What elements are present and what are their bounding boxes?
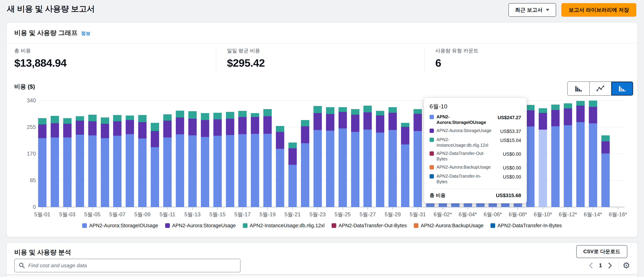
search-input[interactable]	[28, 262, 237, 268]
bar-segment[interactable]	[288, 142, 297, 148]
bar-segment[interactable]	[589, 107, 597, 123]
bar-segment[interactable]	[126, 120, 134, 134]
bar-segment[interactable]	[63, 138, 72, 207]
bar-segment[interactable]	[301, 126, 309, 143]
bar-segment[interactable]	[238, 134, 247, 207]
bar-segment[interactable]	[176, 134, 184, 207]
bar-segment[interactable]	[414, 131, 422, 207]
legend-item[interactable]: APN2-Aurora:StorageIOUsage	[82, 223, 158, 228]
bar-segment[interactable]	[263, 109, 272, 116]
bar-segment[interactable]	[276, 132, 284, 149]
bar-segment[interactable]	[226, 119, 234, 135]
bar-segment[interactable]	[176, 118, 184, 134]
bar-segment[interactable]	[251, 113, 259, 117]
bar-segment[interactable]	[314, 130, 322, 207]
legend-item[interactable]: APN2-Aurora:StorageUsage	[165, 223, 236, 228]
bar-segment[interactable]	[526, 105, 534, 110]
bar-segment[interactable]	[338, 107, 347, 112]
bar-segment[interactable]	[163, 138, 172, 207]
bar-segment[interactable]	[76, 116, 84, 120]
bar-segment[interactable]	[376, 111, 384, 115]
bar-segment[interactable]	[288, 165, 297, 207]
legend-item[interactable]: APN2-DataTransfer-Out-Bytes	[332, 223, 407, 228]
bar-segment[interactable]	[238, 111, 247, 117]
recent-reports-button[interactable]: 최근 보고서	[508, 3, 556, 17]
bar-segment[interactable]	[351, 132, 360, 207]
bar-segment[interactable]	[388, 107, 397, 113]
bar-segment[interactable]	[76, 120, 84, 135]
bar-segment[interactable]	[314, 106, 322, 113]
bar-segment[interactable]	[414, 114, 422, 131]
bar-segment[interactable]	[201, 137, 209, 207]
bar-segment[interactable]	[138, 115, 146, 122]
bar-segment[interactable]	[288, 148, 297, 165]
bar-segment[interactable]	[338, 128, 347, 207]
bar-segment[interactable]	[601, 141, 610, 154]
bar-segment[interactable]	[201, 113, 209, 120]
bar-segment[interactable]	[263, 134, 272, 207]
bar-segment[interactable]	[51, 138, 59, 207]
bar-segment[interactable]	[551, 104, 560, 110]
bar-segment[interactable]	[138, 138, 146, 207]
bar-segment[interactable]	[401, 127, 410, 144]
bar-segment[interactable]	[101, 118, 109, 124]
bar-segment[interactable]	[589, 100, 597, 107]
bar-segment[interactable]	[188, 135, 197, 207]
bar-segment[interactable]	[526, 110, 534, 127]
bar-segment[interactable]	[163, 114, 172, 120]
bar-segment[interactable]	[88, 135, 96, 207]
bar-segment[interactable]	[226, 135, 234, 207]
legend-item[interactable]: APN2-DataTransfer-In-Bytes	[490, 223, 562, 228]
bar-segment[interactable]	[551, 126, 560, 207]
bar-segment[interactable]	[101, 124, 109, 138]
bar-segment[interactable]	[276, 149, 284, 207]
bar-segment[interactable]	[326, 114, 334, 130]
bar-segment[interactable]	[576, 122, 585, 207]
bar-segment[interactable]	[38, 124, 46, 138]
bar-segment[interactable]	[251, 117, 259, 134]
bar-segment[interactable]	[601, 154, 610, 207]
legend-item[interactable]: APN2-Aurora:BackupUsage	[414, 223, 484, 228]
bar-segment[interactable]	[301, 120, 309, 126]
bar-segment[interactable]	[76, 135, 84, 207]
bar-segment[interactable]	[176, 111, 184, 118]
bar-segment[interactable]	[414, 109, 422, 114]
bar-segment[interactable]	[251, 134, 259, 207]
bar-segment[interactable]	[539, 130, 547, 207]
bar-segment[interactable]	[314, 113, 322, 130]
bar-segment[interactable]	[564, 103, 572, 108]
bar-segment[interactable]	[226, 112, 234, 119]
bar-segment[interactable]	[301, 143, 309, 207]
bar-segment[interactable]	[351, 115, 360, 132]
bar-segment[interactable]	[589, 123, 597, 207]
bar-segment[interactable]	[126, 134, 134, 207]
bar-segment[interactable]	[526, 126, 534, 207]
bar-segment[interactable]	[564, 125, 572, 207]
bar-segment[interactable]	[151, 131, 159, 147]
bar-segment[interactable]	[564, 108, 572, 125]
bar-segment[interactable]	[364, 106, 372, 112]
bar-segment[interactable]	[388, 130, 397, 207]
bar-segment[interactable]	[63, 124, 72, 138]
next-page-button[interactable]	[606, 261, 614, 270]
bar-segment[interactable]	[201, 120, 209, 137]
current-page-number[interactable]: 1	[596, 262, 604, 269]
bar-segment[interactable]	[126, 116, 134, 120]
bar-segment[interactable]	[338, 112, 347, 128]
bar-segment[interactable]	[151, 147, 159, 207]
bar-segment[interactable]	[263, 116, 272, 134]
bar-segment[interactable]	[38, 118, 46, 124]
bar-segment[interactable]	[401, 123, 410, 127]
settings-gear-icon[interactable]: ⚙	[622, 261, 630, 270]
bar-segment[interactable]	[163, 120, 172, 138]
bar-segment[interactable]	[138, 122, 146, 138]
bar-segment[interactable]	[551, 110, 560, 126]
download-csv-button[interactable]: CSV로 다운로드	[576, 245, 627, 258]
bar-segment[interactable]	[388, 113, 397, 130]
bar-segment[interactable]	[113, 136, 122, 207]
bar-segment[interactable]	[364, 130, 372, 207]
bar-segment[interactable]	[401, 144, 410, 207]
bar-segment[interactable]	[101, 138, 109, 207]
bar-segment[interactable]	[113, 121, 122, 136]
bar-segment[interactable]	[188, 119, 197, 135]
